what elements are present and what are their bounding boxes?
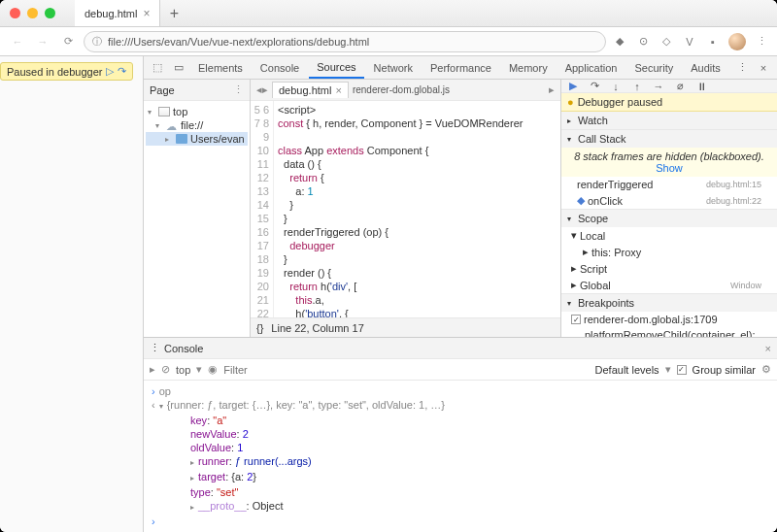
breakpoint-checkbox[interactable]: ✓ <box>571 315 581 324</box>
step-icon[interactable]: → <box>651 81 666 92</box>
file-tab[interactable]: renderer-dom.global.js <box>353 84 450 95</box>
warning-icon: ● <box>567 96 574 108</box>
stack-frame[interactable]: renderTriggereddebug.html:15 <box>561 177 777 192</box>
editor-status-bar: {} Line 22, Column 17 <box>251 317 560 337</box>
pretty-print-icon[interactable]: {} <box>256 322 263 334</box>
resume-icon[interactable]: ▶ <box>565 80 581 92</box>
scope-script[interactable]: ▸Script <box>561 260 777 277</box>
page-content-area: Paused in debugger ▷ ↷ <box>0 56 144 532</box>
tab-title: debug.html <box>84 8 137 19</box>
tab-network[interactable]: Network <box>366 56 421 79</box>
page-navigator-bar: Page ⋮ <box>144 80 250 101</box>
scope-this[interactable]: ▸this: Proxy <box>561 244 777 260</box>
run-snippet-icon[interactable]: ▸ <box>549 83 555 96</box>
watch-section[interactable]: ▸Watch <box>561 112 777 129</box>
extension-icon[interactable]: V <box>682 34 697 50</box>
debugger-controls: ▶ ↷ ↓ ↑ → ⌀ ⏸ <box>561 80 777 93</box>
extension-icon[interactable]: ◆ <box>612 34 627 50</box>
scope-global[interactable]: ▸GlobalWindow <box>561 277 777 293</box>
close-window-button[interactable] <box>10 8 20 18</box>
group-similar-checkbox[interactable]: ✓ <box>677 365 687 375</box>
tab-security[interactable]: Security <box>626 56 681 79</box>
step-over-icon[interactable]: ↷ <box>587 80 602 92</box>
tab-performance[interactable]: Performance <box>422 56 499 79</box>
menu-icon[interactable]: ⋮ <box>754 34 769 50</box>
source-editor[interactable]: 5 6 7 8 9 10 11 12 13 14 15 16 17 18 19 … <box>251 101 560 317</box>
close-file-icon[interactable]: × <box>335 84 341 96</box>
close-tab-icon[interactable]: × <box>143 7 150 20</box>
nav-icon[interactable]: ◂▸ <box>256 83 268 96</box>
console-settings-icon[interactable]: ⚙ <box>761 363 771 376</box>
maximize-window-button[interactable] <box>45 8 55 18</box>
omnibox[interactable]: ⓘ file:///Users/evan/Vue/vue-next/explor… <box>84 31 606 52</box>
deactivate-breakpoints-icon[interactable]: ⌀ <box>672 80 688 92</box>
step-into-icon[interactable]: ↓ <box>608 81 624 92</box>
blackbox-notice: 8 stack frames are hidden (blackboxed). … <box>561 148 777 177</box>
tab-sources[interactable]: Sources <box>309 56 363 79</box>
extension-icon[interactable]: ▪ <box>705 34 721 50</box>
console-filter-input[interactable] <box>223 364 589 376</box>
profile-avatar[interactable] <box>728 33 746 50</box>
callstack-section[interactable]: ▾Call Stack <box>561 130 777 148</box>
extension-icon[interactable]: ◇ <box>659 34 674 50</box>
cursor-position: Line 22, Column 17 <box>271 322 363 334</box>
console-output[interactable]: ›op ‹▾{runner: ƒ, target: {…}, key: "a",… <box>144 381 777 532</box>
log-levels-selector[interactable]: Default levels <box>595 364 659 376</box>
reload-button[interactable]: ⟳ <box>58 32 78 51</box>
window-titlebar: debug.html × + <box>0 0 777 27</box>
browser-tab[interactable]: debug.html × <box>75 0 160 26</box>
minimize-window-button[interactable] <box>27 8 38 18</box>
file-tree: ▾top ▾☁file:// ▸Users/evan <box>144 101 250 150</box>
device-toolbar-icon[interactable]: ▭ <box>169 61 188 74</box>
resume-icon[interactable]: ▷ <box>106 65 114 78</box>
context-selector[interactable]: top <box>176 364 190 376</box>
console-toolbar: ▸ ⊘ top▾ ◉ Default levels▾ ✓ Group simil… <box>144 359 777 381</box>
breakpoint-item[interactable]: ✓renderer-dom.global.js:1709 <box>561 312 777 327</box>
clear-console-icon[interactable]: ⊘ <box>161 363 170 376</box>
paused-in-debugger-badge: Paused in debugger ▷ ↷ <box>0 62 133 81</box>
new-tab-button[interactable]: + <box>160 0 187 26</box>
drawer-menu-icon[interactable]: ⋮ <box>150 342 160 354</box>
editor-file-tabs: ◂▸ debug.html× renderer-dom.global.js ▸ <box>251 80 560 101</box>
tab-elements[interactable]: Elements <box>190 56 251 79</box>
extension-icon[interactable]: ⊙ <box>635 34 651 50</box>
sidebar-toggle-icon[interactable]: ▸ <box>150 363 155 376</box>
more-icon[interactable]: ⋮ <box>233 83 244 96</box>
scope-local[interactable]: ▾Local <box>561 227 777 244</box>
tree-folder[interactable]: ▸Users/evan <box>146 132 248 146</box>
tab-audits[interactable]: Audits <box>683 56 728 79</box>
breakpoints-section[interactable]: ▾Breakpoints <box>561 294 777 312</box>
debugger-paused-banner: ● Debugger paused <box>561 93 777 112</box>
tab-application[interactable]: Application <box>557 56 625 79</box>
back-button[interactable]: ← <box>8 32 27 51</box>
inspect-element-icon[interactable]: ⬚ <box>148 61 167 74</box>
devtools-tabs: ⬚ ▭ Elements Console Sources Network Per… <box>144 56 777 80</box>
tab-console[interactable]: Console <box>253 56 307 79</box>
step-icon[interactable]: ↷ <box>118 65 126 78</box>
step-out-icon[interactable]: ↑ <box>629 81 645 92</box>
address-bar: ← → ⟳ ⓘ file:///Users/evan/Vue/vue-next/… <box>0 27 777 56</box>
console-drawer-header: ⋮ Console × <box>144 338 777 359</box>
settings-icon[interactable]: ⋮ <box>732 61 752 74</box>
tab-memory[interactable]: Memory <box>501 56 556 79</box>
stack-frame[interactable]: ◆onClickdebug.html:22 <box>561 192 777 209</box>
pause-exceptions-icon[interactable]: ⏸ <box>693 81 709 92</box>
show-blackboxed-link[interactable]: Show <box>656 162 683 174</box>
tree-origin[interactable]: ▾☁file:// <box>146 118 248 132</box>
info-icon: ⓘ <box>92 35 102 49</box>
forward-button[interactable]: → <box>33 32 52 51</box>
close-drawer-icon[interactable]: × <box>765 343 771 354</box>
close-devtools-icon[interactable]: × <box>754 62 773 74</box>
scope-section[interactable]: ▾Scope <box>561 210 777 227</box>
tree-top[interactable]: ▾top <box>146 105 248 118</box>
file-tab-active[interactable]: debug.html× <box>272 82 349 98</box>
